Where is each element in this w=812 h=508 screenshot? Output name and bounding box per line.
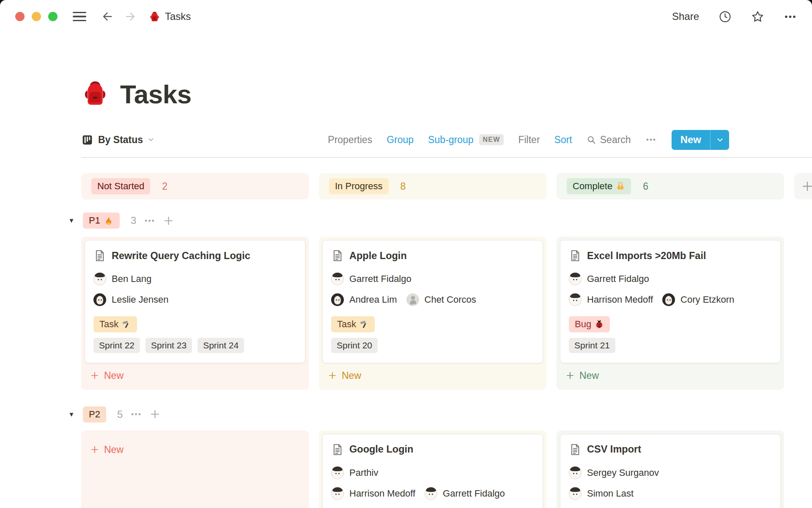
- sort-button[interactable]: Sort: [554, 134, 572, 146]
- task-card-google[interactable]: Google Login Parthiv Harrison Medoff: [322, 434, 543, 508]
- close-window-button[interactable]: [15, 12, 25, 21]
- board-cell-not-started-p2: New: [81, 431, 309, 508]
- plus-icon: [328, 371, 337, 380]
- back-arrow-icon[interactable]: [102, 11, 113, 22]
- new-feature-badge: NEW: [479, 134, 504, 145]
- group-add-icon[interactable]: [149, 409, 161, 420]
- sidebar-menu-icon[interactable]: [73, 12, 86, 21]
- filter-button[interactable]: Filter: [518, 134, 540, 146]
- search-icon: [587, 135, 596, 145]
- column-header-not-started[interactable]: Not Started 2: [81, 173, 309, 199]
- page-backpack-icon[interactable]: [81, 80, 109, 108]
- board-cell-not-started-p1: Rewrite Query Caching Logic Ben Lang: [81, 237, 309, 390]
- zoom-window-button[interactable]: [48, 12, 58, 21]
- avatar: [93, 273, 106, 285]
- plus-icon: [90, 371, 99, 380]
- collapse-triangle-icon[interactable]: [68, 411, 75, 418]
- task-card-rewrite[interactable]: Rewrite Query Caching Logic Ben Lang: [85, 240, 305, 363]
- add-card-button[interactable]: New: [322, 365, 367, 387]
- person-name: Cory Etzkorn: [680, 294, 734, 305]
- page-icon: [331, 249, 344, 262]
- assignee: Andrea Lim: [331, 293, 397, 306]
- add-column-button[interactable]: [794, 173, 812, 199]
- share-button[interactable]: Share: [672, 11, 699, 22]
- task-card-apple[interactable]: Apple Login Garrett Fidalgo Andrea Li: [322, 240, 543, 363]
- person-name: Andrea Lim: [349, 294, 397, 305]
- page-icon: [331, 443, 344, 456]
- group-more-icon[interactable]: [130, 409, 142, 420]
- new-button[interactable]: New: [672, 130, 729, 150]
- fire-icon: [104, 215, 114, 226]
- person-name: Garrett Fidalgo: [587, 273, 649, 284]
- more-options-icon[interactable]: [784, 10, 797, 23]
- updates-clock-icon[interactable]: [719, 10, 732, 23]
- new-dropdown-chevron-icon[interactable]: [710, 130, 729, 150]
- card-title: Google Login: [349, 444, 413, 455]
- notion-window: Tasks Share Tasks By Status Properties G…: [0, 0, 812, 508]
- assignee: Chet Corcos: [406, 293, 476, 306]
- status-badge[interactable]: In Progress: [329, 178, 389, 194]
- view-toolbar: By Status Properties Group Sub-group NEW…: [81, 130, 812, 150]
- forward-arrow-icon[interactable]: [124, 11, 136, 22]
- collapse-triangle-icon[interactable]: [68, 217, 75, 224]
- add-card-button[interactable]: New: [85, 365, 129, 387]
- board-view-icon: [81, 134, 93, 146]
- tag-badge-bug: Bug: [569, 316, 610, 332]
- avatar: [406, 293, 419, 306]
- sprint-badge: Sprint 23: [145, 338, 192, 353]
- column-header-complete[interactable]: Complete 6: [557, 173, 784, 199]
- subgroup-button[interactable]: Sub-group NEW: [428, 134, 504, 146]
- hammer-icon: [122, 320, 131, 329]
- card-title: Rewrite Query Caching Logic: [112, 250, 250, 262]
- view-name: By Status: [98, 134, 143, 146]
- assignee: Parthiv: [331, 467, 378, 479]
- group-badge-p2[interactable]: P2: [83, 406, 106, 422]
- group-add-icon[interactable]: [163, 215, 174, 226]
- tag-badge-task: Task: [331, 316, 375, 332]
- ladybug-icon: [595, 320, 604, 329]
- group-header-p2: P2 5: [68, 404, 812, 425]
- board-cell-in-progress-p1: Apple Login Garrett Fidalgo Andrea Li: [319, 237, 546, 390]
- column-count: 8: [401, 181, 406, 192]
- avatar: [569, 467, 582, 479]
- traffic-lights: [15, 12, 58, 21]
- status-badge[interactable]: Complete: [567, 178, 631, 194]
- person-name: Garrett Fidalgo: [349, 273, 411, 284]
- group-more-icon[interactable]: [144, 215, 155, 226]
- avatar: [569, 273, 582, 285]
- hammer-icon: [359, 320, 369, 329]
- column-header-in-progress[interactable]: In Progress 8: [319, 173, 546, 199]
- avatar: [331, 467, 344, 479]
- group-count: 3: [131, 215, 136, 226]
- raised-hands-icon: [616, 182, 625, 191]
- search-button[interactable]: Search: [587, 134, 631, 146]
- page-icon: [569, 249, 582, 262]
- add-card-button[interactable]: New: [560, 365, 604, 387]
- add-card-button[interactable]: New: [85, 439, 129, 461]
- breadcrumb[interactable]: Tasks: [149, 11, 191, 22]
- card-title: CSV Import: [587, 444, 641, 455]
- person-name: Chet Corcos: [425, 294, 476, 305]
- window-doc-title: Tasks: [165, 11, 191, 22]
- view-more-icon[interactable]: [645, 134, 656, 145]
- avatar: [331, 487, 344, 500]
- minimize-window-button[interactable]: [32, 12, 41, 21]
- avatar: [425, 487, 437, 500]
- assignee: Ben Lang: [93, 273, 151, 285]
- favorite-star-icon[interactable]: [751, 10, 764, 23]
- task-card-csv[interactable]: CSV Import Sergey Surganov Simon Last: [560, 434, 781, 508]
- board: Not Started 2 In Progress 8 Complete 6: [81, 173, 812, 508]
- properties-button[interactable]: Properties: [328, 134, 372, 146]
- group-button[interactable]: Group: [387, 134, 414, 146]
- person-name: Harrison Medoff: [349, 488, 415, 499]
- group-header-p1: P1 3: [68, 210, 812, 231]
- assignee: Harrison Medoff: [569, 293, 653, 306]
- assignee: Garrett Fidalgo: [331, 273, 411, 285]
- window-titlebar: Tasks Share: [0, 0, 812, 33]
- column-count: 6: [643, 181, 648, 192]
- view-selector[interactable]: By Status: [81, 134, 154, 146]
- status-badge[interactable]: Not Started: [91, 178, 150, 194]
- group-badge-p1[interactable]: P1: [83, 213, 120, 229]
- task-card-excel[interactable]: Excel Imports >20Mb Fail Garrett Fidalgo: [560, 240, 781, 363]
- avatar: [93, 293, 106, 306]
